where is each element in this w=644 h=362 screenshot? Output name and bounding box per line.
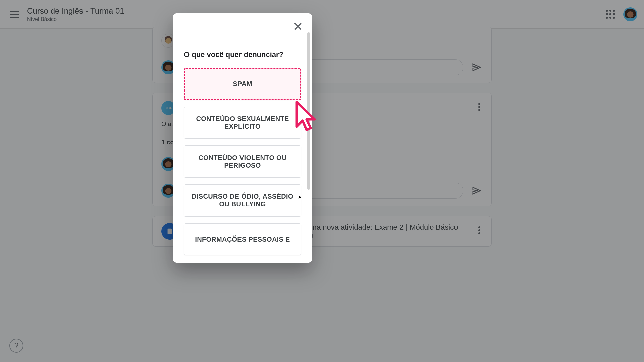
modal-options-list: SPAM CONTEÚDO SEXUALMENTE EXPLÍCITO CONT… — [173, 68, 312, 263]
report-option-personal[interactable]: INFORMAÇÕES PESSOAIS E — [184, 223, 301, 255]
close-button[interactable]: ✕ — [290, 19, 305, 34]
report-option-spam[interactable]: SPAM — [184, 68, 301, 100]
report-modal: ✕ O que você quer denunciar? SPAM CONTEÚ… — [173, 13, 312, 263]
report-option-hate[interactable]: DISCURSO DE ÓDIO, ASSÉDIO OU BULLYING — [184, 184, 301, 217]
report-option-violent[interactable]: CONTEÚDO VIOLENTO OU PERIGOSO — [184, 145, 301, 178]
close-icon: ✕ — [293, 20, 303, 34]
modal-overlay[interactable] — [0, 0, 644, 362]
report-option-sexual[interactable]: CONTEÚDO SEXUALMENTE EXPLÍCITO — [184, 107, 301, 139]
